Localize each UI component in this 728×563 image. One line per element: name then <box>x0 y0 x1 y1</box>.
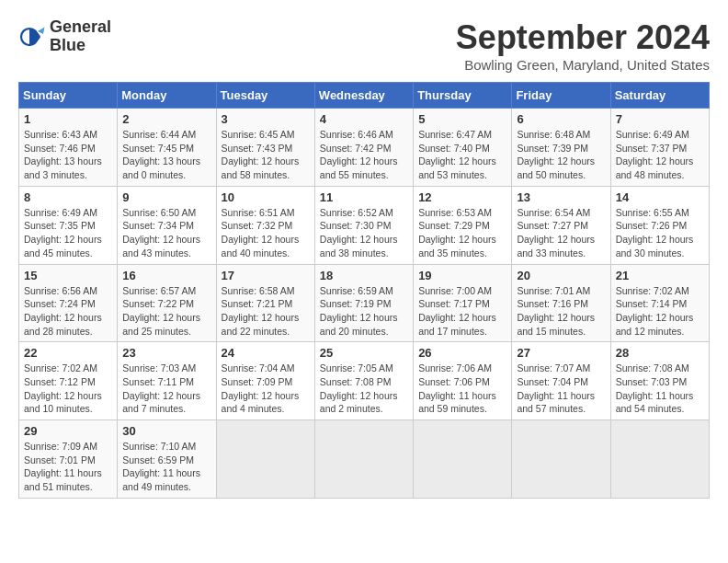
calendar-cell: 25 Sunrise: 7:05 AM Sunset: 7:08 PM Dayl… <box>314 342 413 420</box>
calendar-cell: 11 Sunrise: 6:52 AM Sunset: 7:30 PM Dayl… <box>314 186 413 264</box>
header-tuesday: Tuesday <box>216 83 314 109</box>
week-row-3: 22 Sunrise: 7:02 AM Sunset: 7:12 PM Dayl… <box>19 342 710 420</box>
day-number: 5 <box>418 112 506 126</box>
day-info: Sunrise: 6:46 AM Sunset: 7:42 PM Dayligh… <box>320 128 408 182</box>
calendar-cell: 17 Sunrise: 6:58 AM Sunset: 7:21 PM Dayl… <box>216 264 314 342</box>
day-info: Sunrise: 6:43 AM Sunset: 7:46 PM Dayligh… <box>24 128 112 182</box>
day-info: Sunrise: 7:06 AM Sunset: 7:06 PM Dayligh… <box>418 362 506 416</box>
day-info: Sunrise: 6:55 AM Sunset: 7:26 PM Dayligh… <box>616 206 704 260</box>
header-row: SundayMondayTuesdayWednesdayThursdayFrid… <box>19 83 710 109</box>
day-info: Sunrise: 6:50 AM Sunset: 7:34 PM Dayligh… <box>122 206 210 260</box>
day-info: Sunrise: 6:49 AM Sunset: 7:35 PM Dayligh… <box>24 206 112 260</box>
calendar-table: SundayMondayTuesdayWednesdayThursdayFrid… <box>18 82 710 499</box>
calendar-cell: 24 Sunrise: 7:04 AM Sunset: 7:09 PM Dayl… <box>216 342 314 420</box>
calendar-cell: 30 Sunrise: 7:10 AM Sunset: 6:59 PM Dayl… <box>118 420 216 499</box>
day-number: 30 <box>122 424 210 438</box>
logo: General Blue <box>18 18 111 55</box>
day-info: Sunrise: 7:10 AM Sunset: 6:59 PM Dayligh… <box>122 440 210 494</box>
header-sunday: Sunday <box>19 83 118 109</box>
header-friday: Friday <box>512 83 610 109</box>
calendar-cell: 21 Sunrise: 7:02 AM Sunset: 7:14 PM Dayl… <box>610 264 709 342</box>
day-number: 20 <box>517 269 605 282</box>
calendar-subtitle: Bowling Green, Maryland, United States <box>456 57 710 73</box>
calendar-cell <box>610 420 709 499</box>
day-number: 14 <box>616 190 704 204</box>
calendar-cell: 10 Sunrise: 6:51 AM Sunset: 7:32 PM Dayl… <box>216 186 314 264</box>
calendar-body: 1 Sunrise: 6:43 AM Sunset: 7:46 PM Dayli… <box>19 109 710 499</box>
day-info: Sunrise: 6:57 AM Sunset: 7:22 PM Dayligh… <box>122 284 210 339</box>
day-number: 3 <box>222 112 310 126</box>
week-row-2: 15 Sunrise: 6:56 AM Sunset: 7:24 PM Dayl… <box>19 264 710 342</box>
day-number: 24 <box>222 346 310 360</box>
calendar-cell: 6 Sunrise: 6:48 AM Sunset: 7:39 PM Dayli… <box>512 109 610 187</box>
calendar-cell <box>314 420 413 499</box>
day-number: 19 <box>418 269 506 282</box>
calendar-cell: 8 Sunrise: 6:49 AM Sunset: 7:35 PM Dayli… <box>19 186 118 264</box>
calendar-cell: 18 Sunrise: 6:59 AM Sunset: 7:19 PM Dayl… <box>314 264 413 342</box>
calendar-cell: 20 Sunrise: 7:01 AM Sunset: 7:16 PM Dayl… <box>512 264 610 342</box>
page-header: General Blue September 2024 Bowling Gree… <box>18 18 710 73</box>
day-number: 28 <box>616 346 704 360</box>
calendar-cell: 1 Sunrise: 6:43 AM Sunset: 7:46 PM Dayli… <box>19 109 118 187</box>
day-number: 10 <box>222 190 310 204</box>
week-row-0: 1 Sunrise: 6:43 AM Sunset: 7:46 PM Dayli… <box>19 109 710 187</box>
day-info: Sunrise: 6:44 AM Sunset: 7:45 PM Dayligh… <box>122 128 210 182</box>
day-number: 21 <box>616 269 704 282</box>
day-number: 23 <box>122 346 210 360</box>
day-info: Sunrise: 6:51 AM Sunset: 7:32 PM Dayligh… <box>222 206 310 260</box>
day-number: 4 <box>320 112 408 126</box>
day-info: Sunrise: 6:47 AM Sunset: 7:40 PM Dayligh… <box>418 128 506 182</box>
day-info: Sunrise: 7:00 AM Sunset: 7:17 PM Dayligh… <box>418 284 506 339</box>
week-row-4: 29 Sunrise: 7:09 AM Sunset: 7:01 PM Dayl… <box>19 420 710 499</box>
calendar-cell: 3 Sunrise: 6:45 AM Sunset: 7:43 PM Dayli… <box>216 109 314 187</box>
calendar-cell: 29 Sunrise: 7:09 AM Sunset: 7:01 PM Dayl… <box>19 420 118 499</box>
day-info: Sunrise: 6:58 AM Sunset: 7:21 PM Dayligh… <box>222 284 310 339</box>
day-info: Sunrise: 6:49 AM Sunset: 7:37 PM Dayligh… <box>616 128 704 182</box>
calendar-cell: 27 Sunrise: 7:07 AM Sunset: 7:04 PM Dayl… <box>512 342 610 420</box>
day-info: Sunrise: 7:04 AM Sunset: 7:09 PM Dayligh… <box>222 362 310 416</box>
calendar-cell: 9 Sunrise: 6:50 AM Sunset: 7:34 PM Dayli… <box>118 186 216 264</box>
day-info: Sunrise: 6:59 AM Sunset: 7:19 PM Dayligh… <box>320 284 408 339</box>
day-info: Sunrise: 7:02 AM Sunset: 7:14 PM Dayligh… <box>616 284 704 339</box>
day-info: Sunrise: 7:01 AM Sunset: 7:16 PM Dayligh… <box>517 284 605 339</box>
calendar-cell: 23 Sunrise: 7:03 AM Sunset: 7:11 PM Dayl… <box>118 342 216 420</box>
day-info: Sunrise: 7:03 AM Sunset: 7:11 PM Dayligh… <box>122 362 210 416</box>
week-row-1: 8 Sunrise: 6:49 AM Sunset: 7:35 PM Dayli… <box>19 186 710 264</box>
calendar-cell: 7 Sunrise: 6:49 AM Sunset: 7:37 PM Dayli… <box>610 109 709 187</box>
day-number: 26 <box>418 346 506 360</box>
day-number: 18 <box>320 269 408 282</box>
calendar-cell: 19 Sunrise: 7:00 AM Sunset: 7:17 PM Dayl… <box>414 264 512 342</box>
day-number: 2 <box>122 112 210 126</box>
day-info: Sunrise: 6:53 AM Sunset: 7:29 PM Dayligh… <box>418 206 506 260</box>
day-info: Sunrise: 6:54 AM Sunset: 7:27 PM Dayligh… <box>517 206 605 260</box>
day-info: Sunrise: 6:56 AM Sunset: 7:24 PM Dayligh… <box>24 284 112 339</box>
day-info: Sunrise: 7:09 AM Sunset: 7:01 PM Dayligh… <box>24 440 112 494</box>
day-info: Sunrise: 6:45 AM Sunset: 7:43 PM Dayligh… <box>222 128 310 182</box>
calendar-cell: 12 Sunrise: 6:53 AM Sunset: 7:29 PM Dayl… <box>414 186 512 264</box>
calendar-cell <box>414 420 512 499</box>
calendar-cell: 15 Sunrise: 6:56 AM Sunset: 7:24 PM Dayl… <box>19 264 118 342</box>
calendar-cell: 14 Sunrise: 6:55 AM Sunset: 7:26 PM Dayl… <box>610 186 709 264</box>
day-number: 22 <box>24 346 112 360</box>
day-number: 8 <box>24 190 112 204</box>
day-number: 17 <box>222 269 310 282</box>
calendar-cell <box>216 420 314 499</box>
day-number: 27 <box>517 346 605 360</box>
day-number: 12 <box>418 190 506 204</box>
header-wednesday: Wednesday <box>314 83 413 109</box>
header-thursday: Thursday <box>414 83 512 109</box>
day-number: 25 <box>320 346 408 360</box>
calendar-title: September 2024 <box>456 18 710 57</box>
header-saturday: Saturday <box>610 83 709 109</box>
day-info: Sunrise: 7:05 AM Sunset: 7:08 PM Dayligh… <box>320 362 408 416</box>
title-section: September 2024 Bowling Green, Maryland, … <box>456 18 710 73</box>
calendar-cell <box>512 420 610 499</box>
day-number: 6 <box>517 112 605 126</box>
calendar-cell: 16 Sunrise: 6:57 AM Sunset: 7:22 PM Dayl… <box>118 264 216 342</box>
logo-text: General Blue <box>50 18 111 55</box>
day-number: 29 <box>24 424 112 438</box>
calendar-header: SundayMondayTuesdayWednesdayThursdayFrid… <box>19 83 710 109</box>
day-info: Sunrise: 6:48 AM Sunset: 7:39 PM Dayligh… <box>517 128 605 182</box>
day-info: Sunrise: 7:07 AM Sunset: 7:04 PM Dayligh… <box>517 362 605 416</box>
calendar-cell: 28 Sunrise: 7:08 AM Sunset: 7:03 PM Dayl… <box>610 342 709 420</box>
